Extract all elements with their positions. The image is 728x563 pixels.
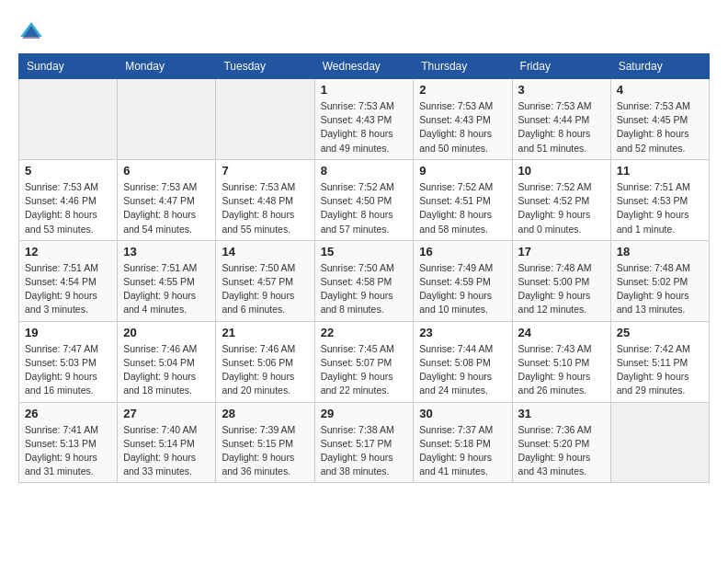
day-number: 18	[617, 245, 703, 259]
logo-icon	[18, 18, 44, 44]
calendar-cell: 15Sunrise: 7:50 AM Sunset: 4:58 PM Dayli…	[314, 240, 414, 321]
day-number: 26	[25, 407, 111, 420]
day-info: Sunrise: 7:42 AM Sunset: 5:11 PM Dayligh…	[617, 342, 703, 398]
day-number: 15	[321, 245, 408, 259]
day-number: 9	[419, 164, 506, 178]
day-info: Sunrise: 7:53 AM Sunset: 4:43 PM Dayligh…	[419, 99, 506, 155]
calendar-table: SundayMondayTuesdayWednesdayThursdayFrid…	[18, 53, 710, 483]
calendar-cell: 2Sunrise: 7:53 AM Sunset: 4:43 PM Daylig…	[414, 79, 512, 160]
day-info: Sunrise: 7:52 AM Sunset: 4:51 PM Dayligh…	[419, 180, 506, 236]
day-info: Sunrise: 7:52 AM Sunset: 4:50 PM Dayligh…	[321, 180, 408, 236]
day-number: 21	[222, 326, 308, 339]
day-number: 1	[321, 83, 408, 97]
day-number: 31	[518, 407, 605, 420]
day-info: Sunrise: 7:40 AM Sunset: 5:14 PM Dayligh…	[123, 423, 210, 479]
calendar-cell: 25Sunrise: 7:42 AM Sunset: 5:11 PM Dayli…	[610, 321, 709, 402]
day-info: Sunrise: 7:41 AM Sunset: 5:13 PM Dayligh…	[25, 423, 111, 479]
calendar-cell: 24Sunrise: 7:43 AM Sunset: 5:10 PM Dayli…	[512, 321, 610, 402]
calendar-cell: 27Sunrise: 7:40 AM Sunset: 5:14 PM Dayli…	[118, 402, 216, 483]
calendar-cell: 18Sunrise: 7:48 AM Sunset: 5:02 PM Dayli…	[610, 240, 709, 321]
weekday-header-thursday: Thursday	[414, 54, 512, 79]
calendar-cell: 4Sunrise: 7:53 AM Sunset: 4:45 PM Daylig…	[610, 79, 709, 160]
calendar-week-2: 5Sunrise: 7:53 AM Sunset: 4:46 PM Daylig…	[19, 159, 710, 240]
calendar-cell: 29Sunrise: 7:38 AM Sunset: 5:17 PM Dayli…	[314, 402, 414, 483]
calendar-header-row: SundayMondayTuesdayWednesdayThursdayFrid…	[19, 54, 710, 79]
calendar-cell: 12Sunrise: 7:51 AM Sunset: 4:54 PM Dayli…	[19, 240, 118, 321]
day-number: 14	[222, 245, 308, 259]
day-number: 11	[617, 164, 703, 178]
calendar-cell: 19Sunrise: 7:47 AM Sunset: 5:03 PM Dayli…	[19, 321, 118, 402]
day-number: 17	[518, 245, 605, 259]
weekday-header-tuesday: Tuesday	[216, 54, 314, 79]
day-info: Sunrise: 7:50 AM Sunset: 4:57 PM Dayligh…	[222, 261, 308, 317]
day-number: 12	[25, 245, 111, 259]
day-number: 25	[617, 326, 703, 339]
calendar-week-5: 26Sunrise: 7:41 AM Sunset: 5:13 PM Dayli…	[19, 402, 710, 483]
calendar-cell: 9Sunrise: 7:52 AM Sunset: 4:51 PM Daylig…	[414, 159, 512, 240]
day-info: Sunrise: 7:49 AM Sunset: 4:59 PM Dayligh…	[419, 261, 506, 317]
day-number: 3	[518, 83, 605, 97]
calendar-cell: 7Sunrise: 7:53 AM Sunset: 4:48 PM Daylig…	[216, 159, 314, 240]
calendar-week-4: 19Sunrise: 7:47 AM Sunset: 5:03 PM Dayli…	[19, 321, 710, 402]
calendar-cell: 10Sunrise: 7:52 AM Sunset: 4:52 PM Dayli…	[512, 159, 610, 240]
calendar-cell: 20Sunrise: 7:46 AM Sunset: 5:04 PM Dayli…	[118, 321, 216, 402]
calendar-cell: 5Sunrise: 7:53 AM Sunset: 4:46 PM Daylig…	[19, 159, 118, 240]
calendar-cell: 11Sunrise: 7:51 AM Sunset: 4:53 PM Dayli…	[610, 159, 709, 240]
day-info: Sunrise: 7:44 AM Sunset: 5:08 PM Dayligh…	[419, 342, 506, 398]
day-number: 27	[123, 407, 210, 420]
calendar-cell	[118, 79, 216, 160]
calendar-cell: 14Sunrise: 7:50 AM Sunset: 4:57 PM Dayli…	[216, 240, 314, 321]
calendar-cell: 17Sunrise: 7:48 AM Sunset: 5:00 PM Dayli…	[512, 240, 610, 321]
day-info: Sunrise: 7:39 AM Sunset: 5:15 PM Dayligh…	[222, 423, 308, 479]
day-number: 4	[617, 83, 703, 97]
day-info: Sunrise: 7:38 AM Sunset: 5:17 PM Dayligh…	[321, 423, 408, 479]
day-info: Sunrise: 7:48 AM Sunset: 5:00 PM Dayligh…	[518, 261, 605, 317]
day-info: Sunrise: 7:46 AM Sunset: 5:06 PM Dayligh…	[222, 342, 308, 398]
day-number: 30	[419, 407, 506, 420]
day-number: 10	[518, 164, 605, 178]
day-number: 16	[419, 245, 506, 259]
day-info: Sunrise: 7:43 AM Sunset: 5:10 PM Dayligh…	[518, 342, 605, 398]
day-info: Sunrise: 7:48 AM Sunset: 5:02 PM Dayligh…	[617, 261, 703, 317]
day-number: 7	[222, 164, 308, 178]
calendar-cell: 1Sunrise: 7:53 AM Sunset: 4:43 PM Daylig…	[314, 79, 414, 160]
day-number: 8	[321, 164, 408, 178]
calendar-cell: 21Sunrise: 7:46 AM Sunset: 5:06 PM Dayli…	[216, 321, 314, 402]
weekday-header-monday: Monday	[118, 54, 216, 79]
day-number: 20	[123, 326, 210, 339]
day-number: 2	[419, 83, 506, 97]
calendar-cell: 26Sunrise: 7:41 AM Sunset: 5:13 PM Dayli…	[19, 402, 118, 483]
calendar-cell: 22Sunrise: 7:45 AM Sunset: 5:07 PM Dayli…	[314, 321, 414, 402]
day-info: Sunrise: 7:45 AM Sunset: 5:07 PM Dayligh…	[321, 342, 408, 398]
calendar-cell	[216, 79, 314, 160]
day-info: Sunrise: 7:47 AM Sunset: 5:03 PM Dayligh…	[25, 342, 111, 398]
day-info: Sunrise: 7:51 AM Sunset: 4:53 PM Dayligh…	[617, 180, 703, 236]
day-number: 5	[25, 164, 111, 178]
calendar-cell: 6Sunrise: 7:53 AM Sunset: 4:47 PM Daylig…	[118, 159, 216, 240]
calendar-cell: 8Sunrise: 7:52 AM Sunset: 4:50 PM Daylig…	[314, 159, 414, 240]
day-number: 29	[321, 407, 408, 420]
calendar-cell: 3Sunrise: 7:53 AM Sunset: 4:44 PM Daylig…	[512, 79, 610, 160]
day-info: Sunrise: 7:36 AM Sunset: 5:20 PM Dayligh…	[518, 423, 605, 479]
day-info: Sunrise: 7:53 AM Sunset: 4:48 PM Dayligh…	[222, 180, 308, 236]
weekday-header-wednesday: Wednesday	[314, 54, 414, 79]
day-number: 13	[123, 245, 210, 259]
day-info: Sunrise: 7:52 AM Sunset: 4:52 PM Dayligh…	[518, 180, 605, 236]
calendar-cell: 28Sunrise: 7:39 AM Sunset: 5:15 PM Dayli…	[216, 402, 314, 483]
day-info: Sunrise: 7:46 AM Sunset: 5:04 PM Dayligh…	[123, 342, 210, 398]
calendar-cell: 16Sunrise: 7:49 AM Sunset: 4:59 PM Dayli…	[414, 240, 512, 321]
day-number: 22	[321, 326, 408, 339]
day-info: Sunrise: 7:50 AM Sunset: 4:58 PM Dayligh…	[321, 261, 408, 317]
weekday-header-saturday: Saturday	[610, 54, 709, 79]
calendar-week-3: 12Sunrise: 7:51 AM Sunset: 4:54 PM Dayli…	[19, 240, 710, 321]
weekday-header-friday: Friday	[512, 54, 610, 79]
day-number: 24	[518, 326, 605, 339]
calendar-cell: 23Sunrise: 7:44 AM Sunset: 5:08 PM Dayli…	[414, 321, 512, 402]
day-info: Sunrise: 7:51 AM Sunset: 4:54 PM Dayligh…	[25, 261, 111, 317]
day-number: 19	[25, 326, 111, 339]
page-header	[18, 18, 710, 44]
calendar-week-1: 1Sunrise: 7:53 AM Sunset: 4:43 PM Daylig…	[19, 79, 710, 160]
weekday-header-sunday: Sunday	[19, 54, 118, 79]
day-info: Sunrise: 7:53 AM Sunset: 4:47 PM Dayligh…	[123, 180, 210, 236]
day-info: Sunrise: 7:53 AM Sunset: 4:45 PM Dayligh…	[617, 99, 703, 155]
